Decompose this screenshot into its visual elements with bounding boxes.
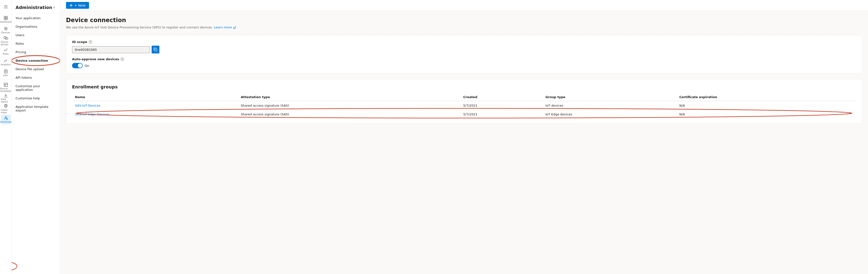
sidebar-item-administration[interactable]: Administration (1, 115, 11, 125)
col-header-created: Created (460, 93, 543, 101)
nav-item-pricing[interactable]: Pricing (12, 48, 60, 56)
sidebar-item-jobs[interactable]: Jobs (1, 68, 11, 78)
table-row: SAS-IoT-Edge-Devices Shared access signa… (72, 110, 856, 119)
nav-item-device-connection[interactable]: Device connection (12, 56, 60, 65)
nav-item-organizations[interactable]: Organizations (12, 22, 60, 31)
enrollment-group-name-1[interactable]: SAS-IoT-Edge-Devices (75, 112, 110, 116)
svg-rect-4 (6, 16, 7, 18)
created-date-0: 5/7/2021 (460, 101, 543, 110)
sidebar-item-analytics[interactable]: Analytics (1, 57, 11, 67)
attestation-type-0: Shared access signature (SAS) (238, 101, 460, 110)
nav-item-application-template-export[interactable]: Application template export (12, 103, 60, 115)
nav-item-roles[interactable]: Roles (12, 39, 60, 48)
toggle-knob (78, 63, 82, 68)
created-date-1: 5/7/2021 (460, 110, 543, 119)
col-header-name: Name (72, 93, 238, 101)
id-scope-label: ID scope i (72, 40, 856, 44)
svg-rect-6 (6, 18, 7, 20)
svg-rect-17 (4, 83, 7, 86)
left-nav: Dashboards Devices Device groups Rules A… (0, 0, 12, 274)
enrollment-groups-title: Enrollment groups (72, 84, 856, 89)
svg-point-7 (4, 27, 7, 30)
enrollment-groups-card: Enrollment groups Name Attestation type … (66, 79, 862, 124)
sidebar-item-data-export[interactable]: Data export (1, 93, 11, 103)
top-bar: + New (60, 0, 868, 11)
copy-id-scope-button[interactable] (152, 46, 159, 53)
auto-approve-toggle[interactable] (72, 63, 83, 68)
sidebar-item-device-templates[interactable]: Device templates (1, 83, 11, 92)
sidebar-item-indoor-maps[interactable]: Indoor maps (1, 104, 11, 114)
col-header-group-type: Group type (542, 93, 676, 101)
main-content: + New Device connection We use the Azure… (60, 0, 868, 274)
nav-item-device-file-upload[interactable]: Device file upload (12, 65, 60, 73)
auto-approve-toggle-container: On (72, 63, 856, 68)
content-area: Device connection We use the Azure IoT H… (60, 11, 868, 135)
group-type-0: IoT devices (542, 101, 676, 110)
learn-more-link[interactable]: Learn more (214, 26, 236, 29)
table-row: SAS-IoT-Devices Shared access signature … (72, 101, 856, 110)
id-scope-info-icon[interactable]: i (89, 40, 92, 44)
external-link-icon (234, 26, 236, 29)
auto-approve-label: Auto-approve new devices i (72, 57, 856, 61)
second-nav: Administration Your application Organiza… (12, 0, 60, 274)
copy-icon (154, 48, 157, 52)
sidebar-item-devices[interactable]: Devices (1, 25, 11, 35)
id-scope-row (72, 46, 856, 53)
id-scope-input[interactable] (72, 46, 150, 53)
table-body: SAS-IoT-Devices Shared access signature … (72, 101, 856, 118)
cert-expiration-1: N/A (676, 110, 856, 119)
hamburger-icon[interactable] (1, 2, 11, 12)
page-description: We use the Azure IoT Hub Device Provisio… (66, 26, 862, 29)
group-type-1: IoT Edge devices (542, 110, 676, 119)
new-button[interactable]: + New (66, 2, 89, 9)
sidebar-item-dashboards[interactable]: Dashboards (1, 15, 11, 24)
svg-point-8 (5, 28, 6, 29)
nav-item-customize-help[interactable]: Customize help (12, 94, 60, 103)
svg-point-21 (5, 105, 6, 106)
sidebar-item-rules[interactable]: Rules (1, 47, 11, 56)
enrollment-group-name-0[interactable]: SAS-IoT-Devices (75, 104, 100, 107)
nav-item-customize-your-application[interactable]: Customize your application (12, 82, 60, 94)
cert-expiration-0: N/A (676, 101, 856, 110)
svg-point-22 (5, 117, 6, 118)
second-nav-title: Administration (16, 5, 52, 10)
col-header-cert-expiration: Certificate expiration (676, 93, 856, 101)
device-connection-card: ID scope i Auto-approve new devices i (66, 35, 862, 73)
svg-point-25 (12, 261, 17, 272)
nav-item-api-tokens[interactable]: API tokens (12, 73, 60, 82)
col-header-attestation: Attestation type (238, 93, 460, 101)
plus-icon (69, 4, 73, 7)
nav-item-your-application[interactable]: Your application (12, 14, 60, 22)
svg-rect-29 (155, 49, 157, 51)
collapse-nav-button[interactable] (52, 4, 56, 11)
page-title: Device connection (66, 17, 862, 24)
sidebar-item-device-groups[interactable]: Device groups (1, 36, 11, 46)
nav-item-users[interactable]: Users (12, 31, 60, 39)
enrollment-groups-table: Name Attestation type Created Group type… (72, 93, 856, 118)
table-header: Name Attestation type Created Group type… (72, 93, 856, 101)
auto-approve-info-icon[interactable]: i (121, 58, 124, 61)
svg-rect-3 (4, 16, 6, 18)
auto-approve-state-label: On (85, 64, 89, 67)
second-nav-header: Administration (12, 0, 60, 14)
svg-rect-5 (4, 18, 6, 20)
attestation-type-1: Shared access signature (SAS) (238, 110, 460, 119)
